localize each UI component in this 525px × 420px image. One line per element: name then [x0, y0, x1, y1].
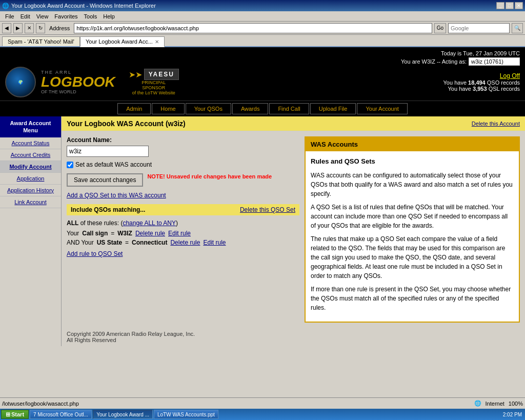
- menu-view[interactable]: View: [33, 12, 52, 21]
- was-box: WAS Accounts Rules and QSO Sets WAS acco…: [305, 136, 520, 323]
- forward-button[interactable]: ▶: [13, 23, 23, 33]
- was-box-subtitle: Rules and QSO Sets: [311, 156, 514, 167]
- stop-button[interactable]: ✕: [25, 23, 34, 33]
- statusbar-url: /lotwuser/logbook/wasacct.php: [2, 401, 474, 407]
- search-button[interactable]: 🔍: [512, 23, 523, 33]
- nav-awards[interactable]: Awards: [232, 103, 268, 114]
- rule2-op: =: [125, 239, 129, 246]
- acting-as-input[interactable]: [469, 57, 520, 66]
- yaesu-arrow: ➤➤: [129, 70, 142, 79]
- nav-your-qsos[interactable]: Your QSOs: [186, 103, 231, 114]
- taskbar-time: 2:02 PM: [503, 412, 522, 417]
- taskbar-item-outlook-label: 7 Microsoft Office Outl...: [33, 412, 88, 417]
- rule2-value: Connecticut: [132, 239, 167, 246]
- start-label: Start: [11, 411, 24, 417]
- restore-button[interactable]: □: [506, 2, 514, 9]
- account-name-input[interactable]: [67, 146, 149, 157]
- sidebar-item-application-history[interactable]: Application History: [0, 185, 61, 196]
- rule-row-2: AND Your US State = Connecticut Delete r…: [67, 239, 299, 246]
- address-input[interactable]: [74, 23, 432, 33]
- sidebar-item-account-status[interactable]: Account Status: [0, 137, 61, 149]
- tab-spam[interactable]: Spam - 'AT&T Yahoo! Mail': [2, 36, 80, 46]
- qsl-label: You have: [448, 86, 471, 92]
- save-button[interactable]: Save account changes: [67, 173, 143, 187]
- sidebar: Award Account Menu Account Status Accoun…: [0, 116, 62, 346]
- add-qso-set-link[interactable]: Add a QSO Set to this WAS account: [67, 192, 299, 199]
- refresh-button[interactable]: ↻: [36, 23, 45, 33]
- was-box-title: WAS Accounts: [306, 137, 519, 151]
- account-name-label: Account Name:: [67, 136, 299, 144]
- taskbar-item-logbook[interactable]: Your Logbook Award ...: [93, 410, 153, 419]
- qso-label: You have: [443, 79, 467, 86]
- two-column-layout: Account Name: Set as default WAS account…: [62, 131, 525, 328]
- rule2-edit-link[interactable]: Edit rule: [203, 239, 226, 246]
- rule1-op: =: [111, 230, 114, 237]
- content-area: Your Logbook WAS Account (w3iz) Delete t…: [62, 116, 525, 346]
- menu-favorites[interactable]: Favorites: [51, 12, 80, 21]
- sidebar-item-application[interactable]: Application: [0, 173, 61, 185]
- sidebar-item-modify-account[interactable]: Modify Account: [0, 161, 61, 173]
- include-bar: Include QSOs matching... Delete this QSO…: [67, 204, 299, 215]
- qso-count: 18,494: [468, 79, 486, 86]
- qsl-count: 3,953: [473, 86, 487, 92]
- delete-account-link[interactable]: Delete this Account: [472, 121, 520, 127]
- minimize-button[interactable]: _: [496, 2, 504, 9]
- menubar: File Edit View Favorites Tools Help: [0, 11, 525, 22]
- taskbar-item-outlook[interactable]: 7 Microsoft Office Outl...: [30, 410, 92, 419]
- nav-your-account[interactable]: Your Account: [357, 103, 407, 114]
- unsaved-note: NOTE! Unsaved rule changes have been mad…: [147, 173, 272, 179]
- menu-edit[interactable]: Edit: [17, 12, 33, 21]
- start-button[interactable]: ⊞ Start: [1, 410, 29, 419]
- back-button[interactable]: ◀: [2, 23, 11, 33]
- sidebar-item-account-credits[interactable]: Account Credits: [0, 149, 61, 161]
- default-checkbox-label: Set as default WAS account: [75, 161, 152, 168]
- tab-close-icon[interactable]: ✕: [155, 39, 159, 45]
- arrl-header: Today is Tue, 27 Jan 2009 UTC You are W3…: [0, 47, 525, 101]
- logbook-title: LOGBOOK: [41, 75, 115, 89]
- rule1-edit-link[interactable]: Edit rule: [168, 230, 191, 237]
- change-all-to-any-link[interactable]: change ALL to ANY: [123, 219, 176, 227]
- was-box-p1: WAS accounts can be configured to automa…: [311, 171, 514, 198]
- logoff-link[interactable]: Log Off: [500, 72, 520, 79]
- logbook-sub: OF THE WORLD: [41, 89, 115, 94]
- all-label: ALL: [67, 219, 78, 227]
- rule1-delete-link[interactable]: Delete rule: [135, 230, 165, 237]
- delete-qso-set-link[interactable]: Delete this QSO Set: [240, 206, 295, 213]
- tabbar: Spam - 'AT&T Yahoo! Mail' Your Logbook A…: [0, 35, 525, 47]
- tab-logbook[interactable]: Your Logbook Award Acc... ✕: [80, 36, 165, 47]
- menu-tools[interactable]: Tools: [81, 12, 100, 21]
- was-box-p4: If more than one rule is present in the …: [311, 285, 514, 312]
- tab-logbook-label: Your Logbook Award Acc...: [86, 38, 153, 45]
- menu-file[interactable]: File: [2, 12, 17, 21]
- main-content: Award Account Menu Account Status Accoun…: [0, 116, 525, 346]
- nav-find-call[interactable]: Find Call: [269, 103, 309, 114]
- add-rule-link[interactable]: Add rule to QSO Set: [67, 250, 299, 257]
- rules-header: ALL of these rules: (change ALL to ANY): [67, 219, 299, 227]
- was-box-p3: The rules that make up a QSO Set each co…: [311, 234, 514, 281]
- default-checkbox[interactable]: [67, 162, 73, 168]
- footer-line2: All Rights Reserved: [67, 337, 520, 343]
- footer-line1: Copyright 2009 American Radio Relay Leag…: [67, 331, 520, 337]
- statusbar: /lotwuser/logbook/wasacct.php 🌐 Internet…: [0, 397, 525, 409]
- nav-home[interactable]: Home: [152, 103, 184, 114]
- taskbar-item-ppt[interactable]: LoTW WAS Accounts.ppt: [154, 410, 218, 419]
- sponsor-label: SPONSOR: [142, 85, 165, 90]
- search-input[interactable]: [448, 23, 510, 33]
- right-column: WAS Accounts Rules and QSO Sets WAS acco…: [305, 136, 520, 323]
- browser-icon: 🌐: [2, 3, 9, 9]
- page-title-bar: Your Logbook WAS Account (w3iz) Delete t…: [62, 116, 525, 131]
- qso-suffix: QSO records: [487, 79, 520, 86]
- yaesu-logo: YAESU: [144, 69, 179, 80]
- left-column: Account Name: Set as default WAS account…: [67, 136, 299, 323]
- principal-label: PRINCIPAL: [142, 80, 166, 85]
- nav-admin[interactable]: Admin: [117, 103, 151, 114]
- nav-upload-file[interactable]: Upload File: [310, 103, 356, 114]
- rule2-delete-link[interactable]: Delete rule: [170, 239, 200, 246]
- statusbar-zone: 🌐: [474, 400, 481, 407]
- sidebar-item-link-account[interactable]: Link Account: [0, 196, 61, 208]
- addressbar: ◀ ▶ ✕ ↻ Address Go 🔍: [0, 22, 525, 35]
- close-button[interactable]: ✕: [515, 2, 523, 9]
- menu-help[interactable]: Help: [100, 12, 118, 21]
- window-controls[interactable]: _ □ ✕: [496, 2, 523, 9]
- go-button[interactable]: Go: [434, 23, 446, 33]
